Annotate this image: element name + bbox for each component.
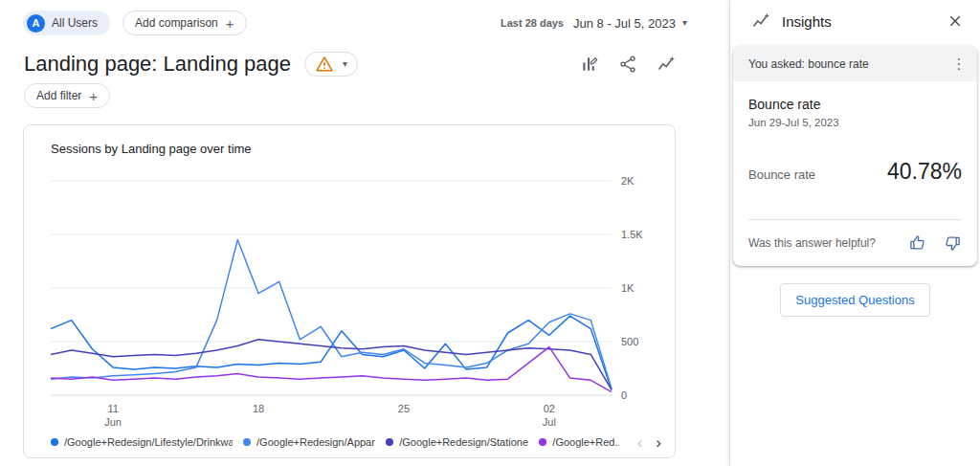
suggested-questions-button[interactable]: Suggested Questions [780, 283, 929, 317]
share-icon[interactable] [618, 55, 637, 74]
insight-metric-row: Bounce rate 40.78% [748, 159, 962, 185]
insight-card-body: Bounce rate Jun 29-Jul 5, 2023 Bounce ra… [733, 81, 977, 266]
legend-dot [539, 438, 546, 446]
x-tick-sublabel: Jul [543, 416, 556, 428]
legend-dot [51, 438, 58, 446]
insight-card-header: You asked: bounce rate ⋮ [733, 46, 977, 81]
y-tick-label: 1.5K [621, 229, 643, 240]
all-users-chip[interactable]: A All Users [23, 11, 110, 35]
data-quality-button[interactable]: ▾ [304, 52, 358, 77]
x-tick-label: 11 [107, 403, 118, 414]
user-segment-avatar: A [27, 14, 45, 33]
thumbs-up-icon[interactable] [908, 233, 927, 253]
legend-item[interactable]: /Google+Redesign/Apparel [243, 436, 375, 448]
report-action-icons [580, 55, 676, 74]
x-tick-label: 18 [253, 403, 264, 414]
y-tick-label: 2K [621, 175, 635, 187]
feedback-prompt: Was this answer helpful? [748, 236, 876, 250]
insight-card: You asked: bounce rate ⋮ Bounce rate Jun… [733, 46, 977, 266]
legend-prev-icon[interactable]: ‹ [637, 434, 643, 451]
add-comparison-button[interactable]: Add comparison + [122, 11, 246, 35]
customize-report-icon[interactable] [580, 55, 599, 74]
legend-label: /Google+Redesign/Lifestyle/Drinkware [64, 436, 233, 448]
x-tick-sublabel: Jun [104, 416, 122, 428]
insight-date-range: Jun 29-Jul 5, 2023 [748, 117, 962, 128]
chevron-down-icon: ▾ [343, 59, 347, 69]
chart-title: Sessions by Landing page over time [24, 125, 675, 156]
x-tick-label: 02 [544, 403, 555, 414]
y-tick-label: 0 [621, 389, 627, 401]
filter-row: Add filter + [24, 83, 110, 108]
insights-panel-title: Insights [782, 13, 832, 30]
warning-icon [315, 55, 334, 74]
more-vertical-icon[interactable]: ⋮ [950, 56, 968, 71]
legend-item[interactable]: /Google+Redesign/Lifestyle/Drinkware [51, 436, 233, 448]
date-range-preset-label: Last 28 days [501, 17, 564, 29]
thumbs-down-icon[interactable] [943, 233, 962, 253]
close-icon[interactable] [947, 13, 963, 29]
insights-panel-icon [751, 11, 770, 31]
insights-header: Insights [730, 0, 980, 40]
legend-label: /Google+Red... [552, 436, 618, 448]
chevron-down-icon: ▾ [682, 18, 687, 28]
all-users-label: All Users [52, 16, 98, 30]
chart-line [51, 240, 612, 389]
add-filter-button[interactable]: Add filter + [24, 83, 110, 108]
feedback-buttons [908, 233, 962, 253]
topbar: A All Users Add comparison + Last 28 day… [23, 11, 687, 35]
legend-pagination: ‹ › [630, 434, 661, 451]
insights-icon[interactable] [657, 55, 676, 74]
add-comparison-label: Add comparison [135, 16, 218, 30]
legend-dot [386, 438, 393, 446]
y-tick-label: 500 [621, 336, 638, 347]
plus-icon: + [226, 16, 234, 31]
y-tick-label: 1K [621, 282, 635, 294]
chart-card: Sessions by Landing page over time 2K1.5… [23, 124, 676, 458]
legend-label: /Google+Redesign/Apparel [256, 436, 375, 448]
date-range-picker[interactable]: Last 28 days Jun 8 - Jul 5, 2023 ▾ [501, 16, 687, 31]
date-range-value: Jun 8 - Jul 5, 2023 [573, 16, 676, 31]
report-title-row: Landing page: Landing page ▾ [24, 52, 676, 77]
divider [748, 219, 962, 220]
plus-icon: + [89, 89, 98, 103]
legend-item[interactable]: /Google+Red... [539, 436, 618, 448]
insight-metric-label: Bounce rate [748, 167, 815, 182]
feedback-row: Was this answer helpful? [748, 233, 962, 253]
insights-panel: Insights You asked: bounce rate ⋮ Bounce… [729, 0, 980, 466]
legend-item[interactable]: /Google+Redesign/Stationery [386, 436, 528, 448]
insight-question: You asked: bounce rate [748, 57, 869, 71]
chart-legend: /Google+Redesign/Lifestyle/Drinkware/Goo… [51, 433, 661, 451]
insight-metric-value: 40.78% [887, 159, 962, 185]
insight-metric-title: Bounce rate [748, 97, 962, 112]
x-tick-label: 25 [398, 403, 410, 414]
legend-next-icon[interactable]: › [656, 434, 661, 451]
page-title: Landing page: Landing page [24, 52, 291, 77]
sessions-line-chart[interactable]: 2K1.5K1K500011Jun182502Jul [24, 158, 675, 430]
legend-dot [243, 438, 251, 446]
add-filter-label: Add filter [36, 89, 81, 102]
legend-label: /Google+Redesign/Stationery [399, 436, 528, 448]
